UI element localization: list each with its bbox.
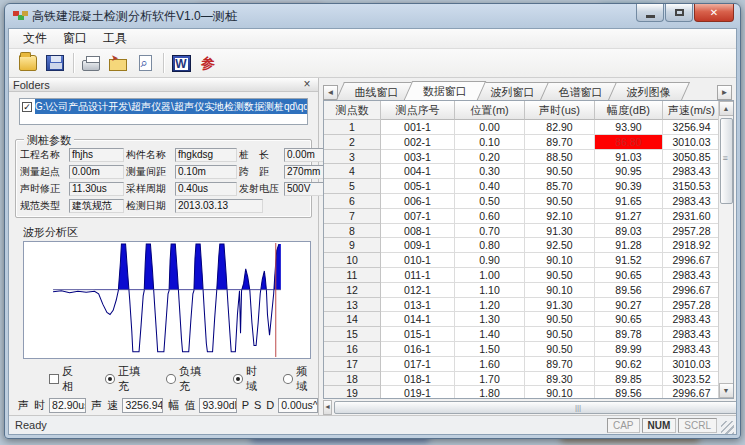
pane-close-icon[interactable]: × [300,78,314,91]
param-label: 声时修正 [20,182,67,196]
data-cell: 010-1 [381,253,455,268]
preview-button[interactable] [132,51,158,75]
tab-scroll-right-icon[interactable]: ► [717,85,732,100]
param-field[interactable]: 11.30us [69,182,124,196]
table-row[interactable]: 10010-10.9090.1091.522996.6757.6 [324,253,718,268]
data-cell: 90.10 [525,283,595,298]
print-button[interactable] [78,51,104,75]
data-cell: 90.39 [595,179,663,194]
table-row[interactable]: 13013-11.2091.3090.272957.2814.4 [324,298,718,313]
amplitude-label: 幅 值 [168,398,196,413]
parameters-button[interactable]: 参 [195,51,221,75]
save-button[interactable] [42,51,68,75]
data-cell: 004-1 [381,164,455,179]
column-header[interactable]: 测点序号 [381,101,455,120]
export-button[interactable] [105,51,131,75]
tab-wavetrain-image[interactable]: 波列图像 [608,82,690,100]
data-cell: 012-1 [381,283,455,298]
folder-list[interactable]: ✓ G:\公司产品设计开发\超声仪器\超声仪实地检测数据测桩qd\qd03\qd… [19,98,308,125]
table-row[interactable]: 17017-11.6089.7090.623010.036.40 [324,357,718,372]
vertical-scrollbar[interactable]: ▲ ▼ [718,101,733,398]
data-table-body: 1001-10.0082.9093.903256.940.002002-10.1… [324,120,718,398]
scroll-down-icon[interactable]: ▼ [719,383,734,398]
waveform-plot[interactable] [23,241,311,359]
column-header[interactable]: 声速(m/s) [663,101,718,120]
scroll-left-icon[interactable]: ◄ [323,400,332,415]
freq-domain-radio[interactable] [283,374,293,384]
param-field[interactable]: 2013.03.13 [175,199,263,213]
table-row[interactable]: 1001-10.0082.9093.903256.940.00 [324,120,718,135]
param-field[interactable]: fhjhs [69,148,124,162]
invert-checkbox[interactable] [49,374,59,384]
data-cell: 001-1 [381,120,455,135]
folders-pane: Folders × ✓ G:\公司产品设计开发\超声仪器\超声仪实地检测数据测桩… [9,78,319,415]
column-header[interactable]: 幅度(dB) [595,101,663,120]
folder-list-item[interactable]: ✓ G:\公司产品设计开发\超声仪器\超声仪实地检测数据测桩qd\qd03\qd… [20,99,307,114]
sound-speed-field[interactable]: 3256.94m/s [122,398,163,413]
table-row[interactable]: 11011-11.0090.5090.652983.431.60 [324,268,718,283]
app-icon [13,10,27,22]
fill-negative-label: 负填充 [179,364,211,394]
param-field[interactable]: 0.10m [175,165,237,179]
data-cell: 89.85 [595,372,663,387]
param-field[interactable]: 0.00m [69,165,124,179]
column-header[interactable]: 声时(us) [525,101,595,120]
table-row[interactable]: 16016-11.5090.5089.992983.430.00 [324,342,718,357]
data-cell: 003-1 [381,150,455,165]
maximize-button[interactable] [665,4,693,22]
data-cell: 1.60 [455,357,525,372]
word-report-button[interactable]: W [168,51,194,75]
folders-title: Folders [13,79,50,91]
table-row[interactable]: 3003-10.2088.5091.033050.8514.4 [324,150,718,165]
data-cell: 89.03 [595,224,663,239]
tab-data-window[interactable]: 数据窗口 [404,81,486,100]
data-cell: 011-1 [381,268,455,283]
table-row[interactable]: 5005-10.4085.7090.393150.53230.4 [324,179,718,194]
table-row[interactable]: 4004-10.3090.5090.952983.4340.0 [324,164,718,179]
open-button[interactable] [15,51,41,75]
horizontal-scroll-thumb[interactable] [334,401,736,414]
table-row[interactable]: 12012-11.1090.1089.562996.671.60 [324,283,718,298]
minimize-button[interactable] [636,4,664,22]
menu-file[interactable]: 文件 [15,28,55,49]
horizontal-scrollbar[interactable]: ◄ ► [323,400,734,415]
table-row[interactable]: 14014-11.3090.5090.652983.436.40 [324,312,718,327]
table-row[interactable]: 6006-10.5090.5091.652983.43230.4 [324,194,718,209]
menu-tools[interactable]: 工具 [95,28,135,49]
table-row[interactable]: 19019-11.8090.1089.562996.676.40 [324,386,718,398]
save-icon [46,55,64,71]
data-cell: 0.80 [455,238,525,253]
vertical-scroll-thumb[interactable] [720,118,733,204]
scroll-up-icon[interactable]: ▲ [719,101,734,116]
time-domain-radio[interactable] [233,374,243,384]
sound-time-field[interactable]: 82.90us [49,398,86,413]
resize-grip[interactable] [721,421,734,434]
title-bar[interactable]: 高铁建混凝土检测分析软件V1.0—测桩 ✕ [5,4,740,28]
data-cell: 2931.60 [663,209,718,224]
param-field[interactable]: 0.40us [175,182,237,196]
param-field[interactable]: fhgkdsg [175,148,237,162]
param-field[interactable]: 建筑规范 [69,199,124,213]
psd-field[interactable]: 0.00us^2/m [278,398,318,413]
close-button[interactable]: ✕ [694,4,734,22]
checkbox-checked-icon[interactable]: ✓ [22,102,32,112]
folders-caption[interactable]: Folders × [9,78,318,92]
param-label: 工程名称 [20,148,67,162]
table-row[interactable]: 15015-11.4090.5089.782983.430.00 [324,327,718,342]
fill-positive-radio[interactable] [105,374,115,384]
column-header[interactable]: 位置(m) [455,101,525,120]
table-row[interactable]: 18018-11.7089.3089.853023.521.60 [324,372,718,387]
data-cell: 90.50 [525,327,595,342]
table-row[interactable]: 7007-10.6092.1091.272931.6025.6 [324,209,718,224]
fill-negative-radio[interactable] [166,374,176,384]
table-row[interactable]: 2002-10.1089.7086.803010.03462.4 [324,135,718,150]
table-row[interactable]: 9009-10.8092.5091.282918.9214.4 [324,238,718,253]
data-cell: 0.50 [455,194,525,209]
amplitude-field[interactable]: 93.90dB [199,398,236,413]
column-header[interactable]: 测点数 [324,101,381,120]
menu-window[interactable]: 窗口 [55,28,95,49]
data-cell: 3050.85 [663,150,718,165]
table-row[interactable]: 8008-10.7091.3089.032957.286.40 [324,224,718,239]
data-cell: 90.65 [595,312,663,327]
status-text: Ready [15,419,47,431]
